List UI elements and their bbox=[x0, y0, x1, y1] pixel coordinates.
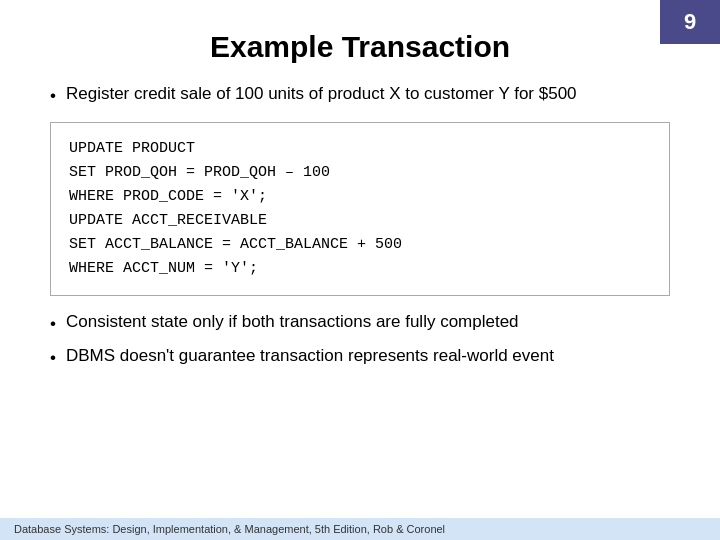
page-number: 9 bbox=[684, 9, 696, 35]
code-line-6: WHERE ACCT_NUM = 'Y'; bbox=[69, 257, 651, 281]
page-number-badge: 9 bbox=[660, 0, 720, 44]
code-line-3: WHERE PROD_CODE = 'X'; bbox=[69, 185, 651, 209]
page-title: Example Transaction bbox=[50, 30, 670, 64]
code-block: UPDATE PRODUCT SET PROD_QOH = PROD_QOH –… bbox=[50, 122, 670, 296]
top-bullet-section: • Register credit sale of 100 units of p… bbox=[50, 82, 670, 108]
code-line-4: UPDATE ACCT_RECEIVABLE bbox=[69, 209, 651, 233]
code-line-5: SET ACCT_BALANCE = ACCT_BALANCE + 500 bbox=[69, 233, 651, 257]
main-content: Example Transaction • Register credit sa… bbox=[0, 0, 720, 397]
bullet-dot-bottom1: • bbox=[50, 312, 56, 336]
bullet-item-bottom2: • DBMS doesn't guarantee transaction rep… bbox=[50, 344, 670, 370]
footer: Database Systems: Design, Implementation… bbox=[0, 518, 720, 540]
bullet-dot-top: • bbox=[50, 84, 56, 108]
bullet-item-top: • Register credit sale of 100 units of p… bbox=[50, 82, 670, 108]
code-line-2: SET PROD_QOH = PROD_QOH – 100 bbox=[69, 161, 651, 185]
bullet-text-bottom2: DBMS doesn't guarantee transaction repre… bbox=[66, 344, 554, 368]
bullet-text-top: Register credit sale of 100 units of pro… bbox=[66, 82, 577, 106]
bullet-text-bottom1: Consistent state only if both transactio… bbox=[66, 310, 519, 334]
bullet-dot-bottom2: • bbox=[50, 346, 56, 370]
footer-text: Database Systems: Design, Implementation… bbox=[14, 523, 445, 535]
bottom-bullet-section: • Consistent state only if both transact… bbox=[50, 310, 670, 370]
code-line-1: UPDATE PRODUCT bbox=[69, 137, 651, 161]
bullet-item-bottom1: • Consistent state only if both transact… bbox=[50, 310, 670, 336]
